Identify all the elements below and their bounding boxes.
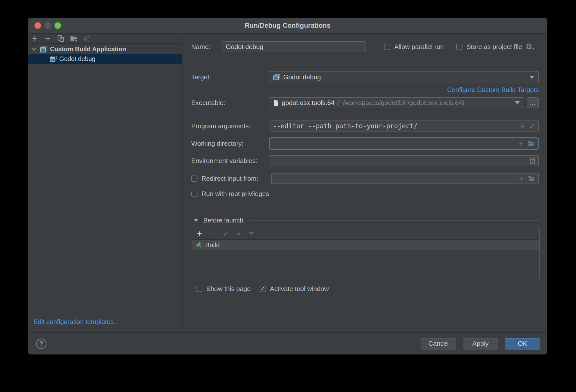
sort-configurations-button[interactable]: a z bbox=[83, 34, 91, 42]
pencil-icon bbox=[222, 231, 228, 237]
tree-item-label: Godot debug bbox=[59, 55, 96, 62]
page-options-row: Show this page ✓ Activate tool window bbox=[196, 284, 338, 294]
task-label: Build bbox=[205, 241, 220, 249]
working-directory-field[interactable]: + bbox=[269, 137, 539, 150]
name-row: Name: Allow parallel run Store as projec… bbox=[191, 40, 539, 53]
application-icon bbox=[273, 74, 280, 80]
before-launch-task-build[interactable]: Build bbox=[192, 240, 539, 250]
program-arguments-field[interactable]: --editor --path path-to-your-project/ + bbox=[269, 120, 539, 132]
edit-configuration-templates-link[interactable]: Edit configuration templates… bbox=[34, 318, 120, 326]
environment-variables-field[interactable] bbox=[269, 155, 539, 166]
browse-executable-button[interactable]: … bbox=[527, 97, 539, 108]
svg-text:z: z bbox=[87, 38, 89, 42]
sidebar-toolbar: + − bbox=[28, 34, 182, 44]
new-folder-button[interactable] bbox=[70, 34, 78, 42]
store-options-gear-icon[interactable]: ⚙▾ bbox=[526, 43, 534, 50]
copy-configuration-button[interactable] bbox=[57, 34, 65, 42]
new-folder-icon bbox=[70, 35, 78, 42]
insert-macro-icon[interactable]: + bbox=[519, 175, 524, 182]
title-bar: Run/Debug Configurations bbox=[28, 18, 547, 34]
tree-item-godot-debug[interactable]: Godot debug bbox=[28, 54, 182, 64]
plus-icon: + bbox=[32, 35, 37, 42]
up-triangle-icon bbox=[236, 232, 241, 235]
configure-custom-build-targets-link[interactable]: Configure Custom Build Targets bbox=[447, 86, 539, 94]
target-row: Target: Godot debug bbox=[191, 71, 539, 83]
show-this-page-label: Show this page bbox=[206, 285, 251, 293]
insert-macro-icon[interactable]: + bbox=[520, 122, 525, 130]
program-arguments-row: Program arguments: --editor --path path-… bbox=[191, 120, 539, 132]
tree-group-label: Custom Build Application bbox=[50, 46, 126, 53]
configurations-sidebar: + − bbox=[28, 34, 182, 332]
expand-field-icon[interactable] bbox=[529, 123, 535, 129]
insert-macro-icon[interactable]: + bbox=[518, 140, 523, 147]
executable-row: Executable: godot.osx.tools.64 (~/worksp… bbox=[191, 97, 539, 108]
store-as-project-file-checkbox[interactable] bbox=[456, 44, 462, 50]
run-debug-configurations-dialog: Run/Debug Configurations + − bbox=[28, 18, 547, 354]
edit-variables-list-icon[interactable] bbox=[530, 158, 535, 164]
ok-button[interactable]: OK bbox=[505, 338, 540, 350]
application-icon bbox=[40, 46, 48, 52]
working-directory-row: Working directory: + bbox=[191, 137, 539, 150]
down-triangle-icon bbox=[249, 232, 254, 235]
help-button[interactable]: ? bbox=[36, 338, 46, 349]
svg-text:a: a bbox=[87, 35, 89, 38]
zoom-button[interactable] bbox=[54, 22, 61, 29]
executable-dropdown[interactable]: godot.osx.tools.64 (~/workspaces/godot/b… bbox=[269, 97, 524, 108]
target-dropdown[interactable]: Godot debug bbox=[269, 71, 539, 83]
run-with-root-checkbox[interactable] bbox=[191, 191, 198, 197]
configuration-form: Name: Allow parallel run Store as projec… bbox=[182, 34, 547, 332]
move-task-down-button[interactable] bbox=[248, 230, 255, 238]
tree-group-custom-build-application[interactable]: Custom Build Application bbox=[28, 44, 182, 54]
before-launch-panel: + − bbox=[192, 228, 540, 279]
browse-folder-icon[interactable] bbox=[528, 176, 535, 182]
cancel-button[interactable]: Cancel bbox=[421, 338, 456, 350]
edit-task-button[interactable] bbox=[222, 230, 229, 238]
environment-variables-label: Environment variables: bbox=[191, 157, 269, 165]
configure-link-row: Configure Custom Build Targets bbox=[191, 85, 539, 95]
file-icon bbox=[273, 100, 279, 106]
name-label: Name: bbox=[191, 43, 222, 51]
traffic-lights bbox=[34, 18, 61, 33]
plus-icon: + bbox=[197, 230, 202, 238]
show-this-page-checkbox[interactable] bbox=[196, 286, 202, 292]
window-title: Run/Debug Configurations bbox=[28, 18, 547, 33]
activate-tool-window-label: Activate tool window bbox=[270, 285, 329, 293]
redirect-input-label: Redirect input from: bbox=[202, 175, 258, 182]
question-mark-icon: ? bbox=[39, 340, 43, 348]
move-task-up-button[interactable] bbox=[235, 230, 242, 238]
section-divider bbox=[249, 220, 540, 220]
redirect-input-field[interactable]: + bbox=[271, 173, 539, 184]
dialog-footer: ? Cancel Apply OK bbox=[28, 332, 547, 354]
minus-icon: − bbox=[210, 230, 215, 237]
minimize-button[interactable] bbox=[44, 22, 51, 29]
before-launch-title: Before launch bbox=[203, 216, 243, 224]
working-directory-label: Working directory: bbox=[191, 140, 269, 148]
add-configuration-button[interactable]: + bbox=[31, 34, 39, 42]
executable-file-path: (~/workspaces/godot/bin/godot.osx.tools.… bbox=[337, 99, 464, 107]
dropdown-caret-icon bbox=[515, 101, 520, 104]
browse-folder-icon[interactable] bbox=[527, 140, 535, 146]
copy-icon bbox=[58, 35, 64, 42]
run-with-root-label: Run with root privileges bbox=[202, 190, 269, 198]
remove-configuration-button[interactable]: − bbox=[44, 34, 52, 42]
name-input[interactable] bbox=[222, 41, 366, 52]
redirect-input-row: Redirect input from: + bbox=[191, 173, 539, 184]
before-launch-toolbar: + − bbox=[192, 228, 539, 240]
program-arguments-label: Program arguments: bbox=[191, 122, 269, 130]
redirect-input-checkbox[interactable] bbox=[191, 176, 198, 182]
collapse-triangle-icon[interactable] bbox=[193, 219, 199, 222]
check-mark: ✓ bbox=[260, 286, 265, 292]
activate-tool-window-checkbox[interactable]: ✓ bbox=[260, 286, 266, 292]
apply-button[interactable]: Apply bbox=[463, 338, 498, 350]
close-button[interactable] bbox=[34, 22, 41, 29]
sort-alphabetically-icon: a z bbox=[83, 35, 90, 42]
remove-task-button[interactable]: − bbox=[209, 230, 216, 238]
executable-label: Executable: bbox=[191, 99, 269, 107]
add-task-button[interactable]: + bbox=[196, 230, 203, 238]
dropdown-caret-icon bbox=[529, 76, 534, 79]
program-arguments-value: --editor --path path-to-your-project/ bbox=[269, 122, 418, 130]
run-with-root-row: Run with root privileges bbox=[191, 189, 269, 198]
minus-icon: − bbox=[45, 35, 50, 42]
allow-parallel-run-checkbox[interactable] bbox=[384, 44, 390, 50]
application-icon bbox=[50, 56, 57, 62]
